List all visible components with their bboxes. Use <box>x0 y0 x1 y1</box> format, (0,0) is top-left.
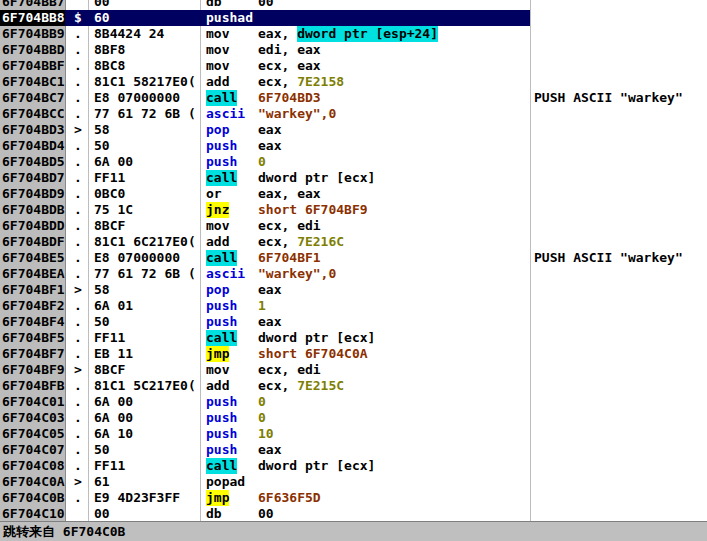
comment-cell <box>530 170 707 186</box>
operand: eax, eax <box>258 186 321 202</box>
disasm-row[interactable]: 6F704C1000db00 <box>0 506 707 521</box>
address-cell: 6F704BC7 <box>0 90 65 106</box>
disassembly-cell: addecx, 7E215C <box>200 378 530 394</box>
mnemonic-field: call <box>206 330 258 346</box>
disasm-row[interactable]: 6F704BDD.8BCFmovecx, edi <box>0 218 707 234</box>
address-cell: 6F704BD5 <box>0 154 65 170</box>
disasm-row[interactable]: 6F704C03.6A 00push0 <box>0 410 707 426</box>
address-cell: 6F704BFB <box>0 378 65 394</box>
disasm-row[interactable]: 6F704BD3>58popeax <box>0 122 707 138</box>
address-cell: 6F704BBF <box>0 58 65 74</box>
disassembly-cell: ascii"warkey",0 <box>200 106 530 122</box>
mnemonic-field: ascii <box>206 106 258 122</box>
status-label: 跳转来自 <box>3 523 55 541</box>
disasm-row[interactable]: 6F704BC1.81C1 58217E0(addecx, 7E2158 <box>0 74 707 90</box>
disasm-row[interactable]: 6F704BEA.77 61 72 6B (ascii"warkey",0 <box>0 266 707 282</box>
mnemonic-field: push <box>206 410 258 426</box>
operand: dword ptr [esp+24] <box>297 26 438 42</box>
disasm-row-selected[interactable]: 6F704BB8$60pushad <box>0 10 707 26</box>
disasm-row[interactable]: 6F704C01.6A 00push0 <box>0 394 707 410</box>
disasm-row[interactable]: 6F704C0A>61popad <box>0 474 707 490</box>
disasm-row[interactable]: 6F704BFB.81C1 5C217E0(addecx, 7E215C <box>0 378 707 394</box>
comment-cell <box>530 458 707 474</box>
disassembly-cell: popeax <box>200 282 530 298</box>
disasm-row[interactable]: 6F704C0B.E9 4D23F3FFjmp6F636F5D <box>0 490 707 506</box>
mnemonic-field: mov <box>206 42 258 58</box>
disasm-rows: 6F704BB700db006F704BB8$60pushad6F704BB9.… <box>0 0 707 521</box>
disasm-row[interactable]: 6F704BDB.75 1Cjnzshort 6F704BF9 <box>0 202 707 218</box>
comment-cell <box>530 202 707 218</box>
operand: 7E2158 <box>297 74 344 90</box>
operand: dword ptr [ecx] <box>258 458 375 474</box>
operand: 00 <box>258 0 274 10</box>
disasm-row[interactable]: 6F704BBD.8BF8movedi, eax <box>0 42 707 58</box>
hex-bytes-cell: 50 <box>88 442 200 458</box>
mnemonic: mov <box>206 218 229 234</box>
disasm-row[interactable]: 6F704BF5.FF11calldword ptr [ecx] <box>0 330 707 346</box>
disassembly-cell: pusheax <box>200 314 530 330</box>
operand: ecx, <box>258 234 297 250</box>
analysis-mark: . <box>65 250 88 266</box>
mnemonic: add <box>206 234 229 250</box>
mnemonic: add <box>206 378 229 394</box>
mnemonic: mov <box>206 42 229 58</box>
hex-bytes-cell: 8BC8 <box>88 58 200 74</box>
disassembly-cell: movecx, eax <box>200 58 530 74</box>
disasm-row[interactable]: 6F704C07.50pusheax <box>0 442 707 458</box>
mnemonic-field: push <box>206 154 258 170</box>
disasm-row[interactable]: 6F704BC7.E8 07000000call6F704BD3PUSH ASC… <box>0 90 707 106</box>
disassembly-cell: pushad <box>200 10 530 26</box>
disassembly-cell: movecx, edi <box>200 218 530 234</box>
mnemonic-field: mov <box>206 58 258 74</box>
hex-bytes-cell: 00 <box>88 0 200 10</box>
disasm-row[interactable]: 6F704BB9.8B4424 24moveax, dword ptr [esp… <box>0 26 707 42</box>
disasm-row[interactable]: 6F704BB700db00 <box>0 0 707 10</box>
hex-bytes-cell: 58 <box>88 282 200 298</box>
disasm-row[interactable]: 6F704BD9.0BC0oreax, eax <box>0 186 707 202</box>
address-cell: 6F704C03 <box>0 410 65 426</box>
disasm-row[interactable]: 6F704C08.FF11calldword ptr [ecx] <box>0 458 707 474</box>
disasm-row[interactable]: 6F704BDF.81C1 6C217E0(addecx, 7E216C <box>0 234 707 250</box>
disasm-row[interactable]: 6F704BBF.8BC8movecx, eax <box>0 58 707 74</box>
mnemonic-field: jmp <box>206 346 258 362</box>
hex-bytes-cell: 50 <box>88 314 200 330</box>
mnemonic-field: push <box>206 426 258 442</box>
operand: ecx, edi <box>258 218 321 234</box>
disasm-row[interactable]: 6F704BF7.EB 11jmpshort 6F704C0A <box>0 346 707 362</box>
analysis-mark: . <box>65 170 88 186</box>
analysis-mark: . <box>65 218 88 234</box>
mnemonic: jmp <box>206 490 229 506</box>
mnemonic-field: db <box>206 0 258 10</box>
disasm-row[interactable]: 6F704BF9>8BCFmovecx, edi <box>0 362 707 378</box>
disasm-row[interactable]: 6F704BD5.6A 00push0 <box>0 154 707 170</box>
operand: eax <box>258 122 281 138</box>
disasm-row[interactable]: 6F704BD7.FF11calldword ptr [ecx] <box>0 170 707 186</box>
hex-bytes-cell: 6A 10 <box>88 426 200 442</box>
operand: 6F704BF1 <box>258 250 321 266</box>
disasm-row[interactable]: 6F704BF1>58popeax <box>0 282 707 298</box>
operand: 0 <box>258 394 266 410</box>
disasm-row[interactable]: 6F704BE5.E8 07000000call6F704BF1PUSH ASC… <box>0 250 707 266</box>
analysis-mark: . <box>65 378 88 394</box>
mnemonic: mov <box>206 26 229 42</box>
analysis-mark: $ <box>65 10 88 26</box>
operand: "warkey",0 <box>258 266 336 282</box>
disasm-row[interactable]: 6F704BCC.77 61 72 6B (ascii"warkey",0 <box>0 106 707 122</box>
mnemonic: ascii <box>206 266 245 282</box>
mnemonic-field: pushad <box>206 10 258 26</box>
operand: ecx, eax <box>258 58 321 74</box>
mnemonic: push <box>206 410 237 426</box>
analysis-mark: > <box>65 474 88 490</box>
disassembly-cell: movedi, eax <box>200 42 530 58</box>
address-cell: 6F704BF4 <box>0 314 65 330</box>
mnemonic: call <box>206 250 237 266</box>
hex-bytes-cell: 8BF8 <box>88 42 200 58</box>
disasm-row[interactable]: 6F704BF4.50pusheax <box>0 314 707 330</box>
disasm-row[interactable]: 6F704BF2.6A 01push1 <box>0 298 707 314</box>
analysis-mark: . <box>65 186 88 202</box>
disasm-row[interactable]: 6F704C05.6A 10push10 <box>0 426 707 442</box>
disassembly-cell: calldword ptr [ecx] <box>200 330 530 346</box>
disasm-row[interactable]: 6F704BD4.50pusheax <box>0 138 707 154</box>
operand: 00 <box>258 506 274 521</box>
analysis-mark: . <box>65 442 88 458</box>
